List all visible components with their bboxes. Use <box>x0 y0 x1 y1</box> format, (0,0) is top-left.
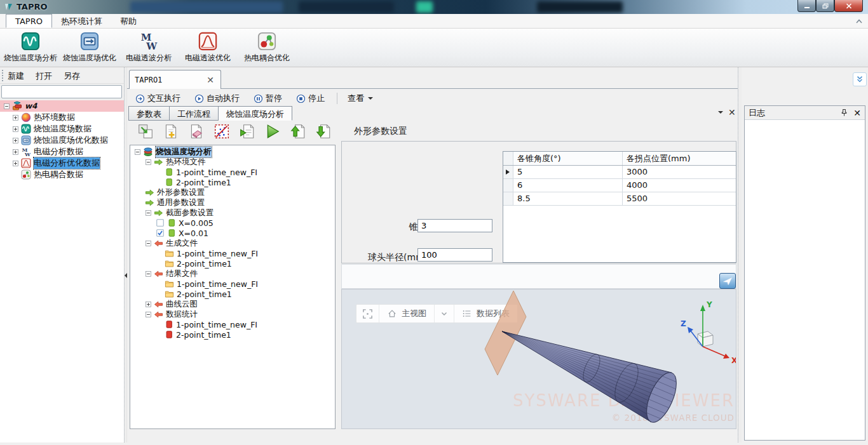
cell-position[interactable]: 4000 <box>623 179 736 192</box>
col-header-position[interactable]: 各拐点位置(mm) <box>623 152 736 165</box>
view-menu-button[interactable]: 查看 <box>344 91 377 105</box>
analysis-node-17[interactable]: 1-point_time_new_FI <box>130 319 335 329</box>
ribbon-button-3[interactable]: 电磁透波优化 <box>179 29 236 66</box>
exec-button-3[interactable]: 停止 <box>294 91 327 105</box>
page-up-button[interactable] <box>288 122 308 141</box>
log-close-icon[interactable]: ✕ <box>853 108 861 118</box>
exec-button-1[interactable]: 自动执行 <box>193 91 241 105</box>
analysis-node-7[interactable]: X=0.005 <box>130 218 335 228</box>
data-list-button[interactable]: 数据列表 <box>454 305 517 322</box>
add-page-button[interactable] <box>161 122 181 141</box>
analysis-node-12[interactable]: 结果文件 <box>130 269 335 279</box>
close-button[interactable] <box>834 0 863 12</box>
analysis-node-18[interactable]: 2-point_time1 <box>130 329 335 340</box>
tab-close-icon[interactable]: ✕ <box>728 107 736 117</box>
project-button-2[interactable]: 另存 <box>62 69 82 83</box>
analysis-node-5[interactable]: 通用参数设置 <box>130 197 335 208</box>
menu-item-1[interactable]: 热环境计算 <box>52 14 111 28</box>
restore-button[interactable] <box>816 0 834 12</box>
cell-angle[interactable]: 5 <box>513 166 623 178</box>
analysis-node-4[interactable]: 外形参数设置 <box>130 187 335 197</box>
ribbon-label: 电磁透波优化 <box>179 53 236 63</box>
green-file-icon <box>167 229 176 237</box>
log-box: 日志 ✕ <box>744 105 865 441</box>
project-item-1[interactable]: 烧蚀温度场数据 <box>0 123 124 135</box>
document-tab-close-icon[interactable]: ✕ <box>205 75 215 85</box>
table-row-1[interactable]: 64000 <box>503 179 736 192</box>
analysis-node-6[interactable]: 截面参数设置 <box>130 208 335 218</box>
exec-label: 交互执行 <box>147 93 180 104</box>
open-viewer-button[interactable] <box>719 273 736 289</box>
toolbar-grip[interactable] <box>2 70 4 81</box>
analysis-node-8[interactable]: X=0.01 <box>130 228 335 238</box>
cell-angle[interactable]: 8.5 <box>513 192 623 205</box>
project-filter-input[interactable] <box>1 85 122 98</box>
green-arrow-icon <box>154 208 163 218</box>
project-item-5[interactable]: 热电耦合数据 <box>0 169 124 180</box>
ribbon-button-1[interactable]: 烧蚀温度场优化 <box>61 29 118 66</box>
section-title: 外形参数设置 <box>354 126 407 137</box>
project-button-0[interactable]: 新建 <box>6 69 26 83</box>
exec-button-2[interactable]: 暂停 <box>252 91 284 105</box>
exec-label: 停止 <box>308 93 325 104</box>
analysis-node-9[interactable]: 生成文件 <box>130 238 335 248</box>
analysis-node-2[interactable]: 1-point_time_new_FI <box>130 167 335 177</box>
table-row-0[interactable]: 53000 <box>503 166 736 179</box>
fit-view-button[interactable] <box>356 305 379 322</box>
project-item-4[interactable]: 电磁分析优化数据 <box>0 157 124 169</box>
ribbon-button-4[interactable]: 热电耦合优化 <box>238 29 295 66</box>
col-header-angle[interactable]: 各锥角度(°) <box>513 152 623 165</box>
tab-list-dropdown-icon[interactable] <box>718 111 723 116</box>
project-item-0[interactable]: 热环境数据 <box>0 112 124 123</box>
cell-position[interactable]: 5500 <box>623 192 736 205</box>
green-file-icon <box>167 218 176 227</box>
project-button-1[interactable]: 打开 <box>34 69 54 83</box>
project-item-3[interactable]: MW电磁分析数据 <box>0 146 124 157</box>
erase-button[interactable] <box>186 122 207 141</box>
expand-panel-button[interactable] <box>853 72 867 86</box>
main-view-button[interactable]: 主视图 <box>379 305 435 322</box>
analysis-node-3[interactable]: 2-point_time1 <box>130 177 335 187</box>
analysis-node-14[interactable]: 2-point_time1 <box>130 289 335 299</box>
minimize-button[interactable] <box>797 0 816 12</box>
analysis-node-10[interactable]: 1-point_time_new_FI <box>130 248 335 258</box>
analysis-tree: 烧蚀温度场分析热环境文件1-point_time_new_FI2-point_t… <box>130 145 336 429</box>
import-button[interactable] <box>135 122 156 141</box>
minimize-icon <box>804 3 810 9</box>
run-button[interactable] <box>262 122 283 141</box>
folder-icon <box>165 249 174 258</box>
ribbon-button-0[interactable]: 烧蚀温度场分析 <box>2 29 59 66</box>
analysis-node-1[interactable]: 热环境文件 <box>130 157 335 167</box>
menu-item-0[interactable]: TAPRO <box>6 14 52 28</box>
page-down-button[interactable] <box>313 122 334 141</box>
run-page-button[interactable] <box>237 122 257 141</box>
analysis-node-15[interactable]: 曲线云图 <box>130 299 335 309</box>
nose-radius-input[interactable] <box>417 248 492 262</box>
project-item-2[interactable]: 烧蚀温度场优化数据 <box>0 135 124 146</box>
table-row-2[interactable]: 8.55500 <box>503 192 736 206</box>
plot-button[interactable] <box>212 122 232 141</box>
exec-button-0[interactable]: 交互执行 <box>133 91 182 105</box>
collapse-ribbon-icon[interactable] <box>854 17 864 27</box>
analysis-tab-2[interactable]: 烧蚀温度场分析 <box>219 106 292 121</box>
analysis-node-11[interactable]: 2-point_time1 <box>130 258 335 269</box>
tree-label: 电磁分析数据 <box>34 146 83 157</box>
project-root[interactable]: w4 <box>0 100 124 112</box>
tab-extras: ✕ <box>718 107 736 117</box>
document-tab[interactable]: TAPRO1 ✕ <box>129 70 221 89</box>
menu-item-2[interactable]: 帮助 <box>111 14 146 28</box>
cell-angle[interactable]: 6 <box>513 179 623 192</box>
analysis-node-13[interactable]: 1-point_time_new_FI <box>130 279 335 289</box>
cone-count-input[interactable] <box>417 219 492 232</box>
analysis-tab-1[interactable]: 工作流程 <box>170 106 219 121</box>
analysis-node-16[interactable]: 数据统计 <box>130 309 335 319</box>
ribbon-button-2[interactable]: MW电磁透波分析 <box>120 29 177 66</box>
em-curve-icon <box>198 32 217 51</box>
pin-icon[interactable] <box>840 109 848 117</box>
view-dropdown-button[interactable] <box>435 305 454 322</box>
title-bar: TAPRO <box>0 0 868 14</box>
exec-label: 自动执行 <box>207 93 240 104</box>
cell-position[interactable]: 3000 <box>623 166 736 178</box>
analysis-node-0[interactable]: 烧蚀温度场分析 <box>130 147 335 157</box>
analysis-tab-0[interactable]: 参数表 <box>128 106 170 121</box>
